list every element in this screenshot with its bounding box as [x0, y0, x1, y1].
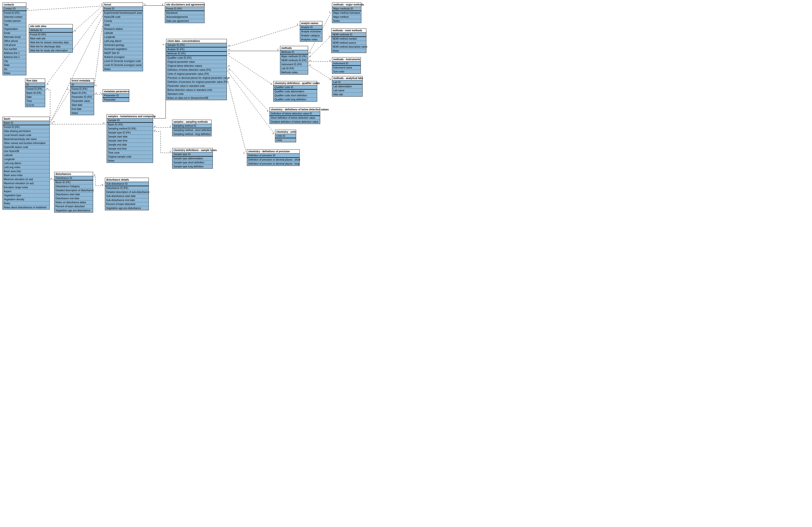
entity-field: Detailed description of disturbance: [55, 188, 93, 193]
entity-chem_data: chem data - concentrationsSample ID (FK)…: [166, 39, 227, 100]
entity-field: Original parameter value: [166, 60, 227, 64]
entity-field: Sample type long definition: [172, 165, 213, 168]
entity-field: Notes: [332, 19, 361, 23]
cardinality-label: ∞: [309, 59, 311, 62]
entity-contacts: contactsContact IDForest ID (FK)Selected…: [2, 2, 26, 75]
connector-line: [227, 79, 246, 154]
entity-samples: samples - instantaneous and compositeSam…: [107, 114, 153, 163]
cardinality-label: ∞: [102, 183, 103, 186]
entity-field: Qualifier code short definition: [274, 94, 317, 98]
entity-field: Forest ID (FK): [3, 11, 26, 15]
entity-pk-field: Website ID: [29, 28, 73, 33]
entity-field: Vegetation type: [3, 194, 49, 198]
entity-below_detect: chemistry - definitions of below detecti…: [270, 108, 320, 124]
entity-title: chemistry - units: [275, 130, 296, 134]
entity-field: Other names and location information: [3, 141, 49, 145]
entity-field: NEMI method descriptive name: [332, 45, 366, 49]
entity-field: Instrument ID (FK): [280, 62, 308, 67]
entity-pk-field: Units ID: [275, 134, 296, 138]
entity-pk-field: Contact ID: [3, 7, 26, 11]
entity-field: Maximum elevation (m asl): [3, 182, 49, 185]
connector-line: [154, 131, 172, 153]
entity-pk-field: Analyte ID: [300, 25, 322, 30]
entity-field: Title: [3, 23, 26, 27]
entity-title: disturbance details: [105, 178, 148, 182]
connector-line: [50, 90, 70, 123]
entity-field: Notes on data not in StreamchemDB: [166, 96, 227, 100]
entity-field: Longitude: [3, 157, 49, 161]
entity-field: Notes: [103, 67, 143, 71]
entity-pk-field: Parameter ID: [103, 94, 129, 98]
entity-field: Level III Omernik ecoregion name: [103, 63, 143, 67]
entity-sample_types: chemistry definitions - sample typesSamp…: [172, 148, 213, 169]
entity-field: Notes on disturbance dates: [55, 200, 93, 204]
entity-field: Methods notes: [280, 71, 308, 74]
entity-forest: forestForest IDExperimental forest/resea…: [103, 2, 143, 71]
entity-analyte_names: analyte namesAnalyte IDAnalyte nicknameA…: [300, 21, 322, 42]
connector-line: [154, 43, 165, 118]
entity-field: Percent of basin disturbed: [105, 202, 148, 206]
cardinality-label: ∞: [46, 87, 48, 90]
entity-field: Basin ID (FK): [107, 123, 153, 127]
entity-field: Use HydroDB: [3, 149, 49, 153]
entity-field: Parameter: [103, 98, 129, 102]
entity-field: Forest ID (FK): [25, 87, 45, 91]
cardinality-label: ∞: [154, 129, 156, 131]
entity-field: County: [103, 19, 143, 23]
entity-sampling_methods: samples - sampling methodsSampling metho…: [172, 120, 212, 136]
entity-field: Lat/Long datum: [3, 161, 49, 166]
entity-field: Basin ID (FK): [71, 91, 94, 95]
entity-field: NADP Site ID: [103, 51, 143, 55]
cardinality-label: 1: [329, 11, 330, 13]
cardinality-label: 1: [297, 23, 298, 26]
connector-line: [73, 6, 102, 32]
cardinality-label: 1: [52, 122, 53, 124]
entity-title: chemistry definitions - sample types: [172, 148, 213, 152]
entity-field: Forest ID (FK): [29, 33, 73, 37]
entity-field: Major method nickname: [332, 11, 361, 15]
cardinality-label: ∞: [74, 30, 76, 32]
entity-title: contacts: [3, 3, 26, 7]
entity-field: Definition of precision or decimal place…: [247, 158, 299, 162]
entity-field: Sample start time: [107, 139, 153, 143]
cardinality-label: ∞: [309, 55, 311, 58]
entity-field: Lab abbreviation: [332, 85, 362, 89]
entity-field: Notes: [71, 111, 94, 115]
entity-field: Research station: [103, 27, 143, 31]
entity-field: State: [3, 63, 26, 67]
entity-field: Longitude: [103, 35, 143, 39]
entity-field: Sample type ID (FK): [107, 131, 153, 135]
entity-title: chem data - concentrations: [166, 39, 227, 43]
entity-field: Local forest's basin code: [3, 133, 49, 137]
entity-title: forest metadata: [71, 79, 94, 83]
entity-field: End date: [71, 107, 94, 111]
entity-precision: chemistry - definitions of precisionDefi…: [247, 149, 300, 166]
entity-title: samples - sampling methods: [172, 120, 211, 124]
cardinality-label: ∞: [67, 88, 69, 90]
entity-field: Sub-disturbance end date: [105, 198, 148, 202]
cardinality-label: 1: [277, 48, 278, 51]
entity-field: Notes about disturbances or treatment: [3, 205, 49, 209]
entity-field: Parameter value: [71, 99, 94, 103]
cardinality-label: 1: [243, 152, 245, 154]
entity-field: NEMI method number: [332, 37, 366, 41]
entity-title: disturbances: [55, 172, 93, 176]
cardinality-label: ∞: [228, 44, 230, 47]
entity-qualifier_codes: chemistry definitions - qualifier codesQ…: [273, 81, 317, 102]
entity-field: Below detection values in standard units: [166, 88, 227, 92]
cardinality-label: ∞: [50, 177, 52, 180]
entity-field: Definition of precision for original par…: [166, 80, 227, 84]
entity-field: Basin ID (FK): [25, 91, 45, 95]
cardinality-label: 1: [329, 35, 330, 38]
entity-pk-field: Forest ID: [103, 7, 143, 11]
entity-field: Contact person: [3, 19, 26, 23]
entity-title: forest: [103, 3, 143, 7]
entity-field: Q (L/s): [25, 103, 45, 107]
entity-field: Web link for discharge data: [29, 45, 73, 49]
entity-field: Detailed definition of below detection v…: [270, 120, 320, 124]
entity-field: Sample type abbreveiation: [172, 157, 213, 161]
entity-field: Time zone: [107, 151, 153, 155]
cardinality-label: 1: [330, 78, 331, 81]
entity-field: State: [103, 23, 143, 27]
entity-field: Qualifier code long definition: [274, 98, 317, 101]
